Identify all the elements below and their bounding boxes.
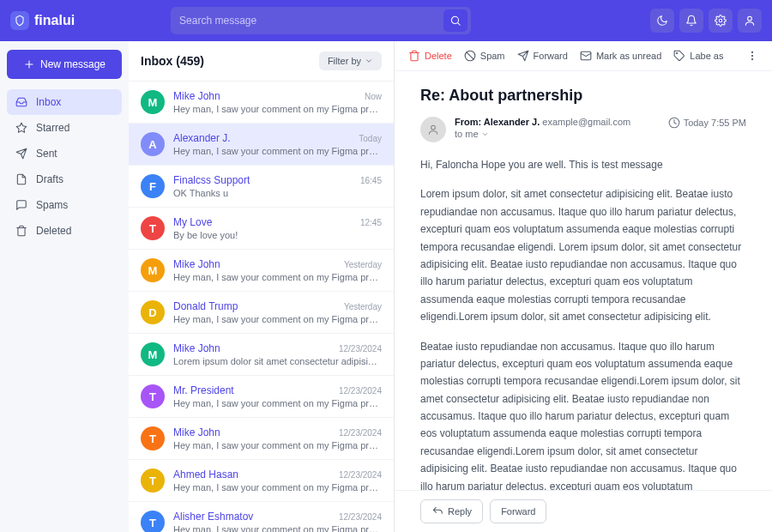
message-time: Yesterday — [344, 260, 382, 269]
svg-point-0 — [451, 16, 458, 23]
message-sender: Alisher Eshmatov — [173, 511, 253, 523]
gear-icon[interactable] — [709, 9, 733, 33]
logo-icon — [10, 11, 29, 30]
svg-point-9 — [431, 125, 436, 130]
trash-icon — [15, 225, 27, 237]
avatar: T — [141, 384, 165, 408]
from-line: From: Alexander J. example@gmail.com — [455, 117, 660, 127]
email-toolbar: Delete Spam Forward Mark as unread Labe … — [395, 41, 772, 71]
message-item[interactable]: AAlexander J.TodayHey man, I saw your co… — [129, 124, 394, 166]
message-time: Today — [359, 134, 382, 143]
message-preview: By be love you! — [173, 230, 382, 240]
svg-point-7 — [751, 55, 752, 56]
avatar: F — [141, 174, 165, 198]
message-sender: Alexander J. — [173, 132, 231, 144]
message-item[interactable]: TAhmed Hasan12/23/2024Hey man, I saw you… — [129, 460, 394, 502]
sidebar-item-drafts[interactable]: Drafts — [7, 166, 122, 192]
message-time: Now — [365, 92, 382, 101]
new-message-button[interactable]: New message — [7, 50, 122, 79]
avatar: T — [141, 469, 165, 493]
bell-icon[interactable] — [679, 9, 703, 33]
avatar: M — [141, 258, 165, 282]
message-sender: Mr. President — [173, 384, 234, 396]
more-icon[interactable] — [746, 50, 758, 62]
message-list-panel: Inbox (459) Filter by MMike JohnNowHey m… — [129, 41, 395, 532]
message-time: 12/23/2024 — [339, 428, 382, 438]
message-preview: Hey man, I saw your comment on my Figma … — [173, 440, 382, 450]
message-item[interactable]: MMike JohnYesterdayHey man, I saw your c… — [129, 250, 394, 292]
brand-logo[interactable]: finalui — [10, 11, 75, 30]
label-button[interactable]: Labe as — [673, 50, 723, 62]
star-icon — [15, 122, 27, 134]
message-time: 12/23/2024 — [339, 386, 382, 396]
search-button[interactable] — [443, 9, 467, 32]
filter-label: Filter by — [328, 56, 361, 66]
message-preview: Hey man, I saw your comment on my Figma … — [173, 398, 382, 408]
search-box — [171, 7, 471, 34]
delete-button[interactable]: Delete — [408, 50, 452, 62]
message-preview: Hey man, I saw your comment on my Figma … — [173, 314, 382, 324]
sidebar-item-label: Drafts — [36, 173, 63, 185]
email-detail: Re: About partnership From: Alexander J.… — [395, 71, 772, 490]
svg-point-8 — [751, 59, 752, 60]
spam-button[interactable]: Spam — [464, 50, 505, 62]
message-sender: Finalcss Support — [173, 174, 250, 186]
sidebar-item-inbox[interactable]: Inbox — [7, 89, 122, 115]
sidebar-item-label: Spams — [36, 199, 68, 211]
message-sender: Mike John — [173, 342, 220, 354]
sidebar-item-sent[interactable]: Sent — [7, 141, 122, 166]
message-time: 12/23/2024 — [339, 344, 382, 354]
sidebar-item-label: Inbox — [36, 96, 61, 108]
send-icon — [15, 148, 27, 160]
avatar: T — [141, 216, 165, 240]
sidebar-item-starred[interactable]: Starred — [7, 115, 122, 141]
forward-button[interactable]: Forward — [517, 50, 568, 62]
sidebar-item-deleted[interactable]: Deleted — [7, 218, 122, 244]
message-preview: Hey man, I saw your comment on my Figma … — [173, 482, 382, 493]
email-body: Hi, Faloncha Hope you are well. This is … — [420, 156, 746, 490]
moon-icon[interactable] — [650, 9, 674, 33]
message-sender: Ahmed Hasan — [173, 469, 238, 481]
message-item[interactable]: DDonald TrumpYesterdayHey man, I saw you… — [129, 292, 394, 334]
message-item[interactable]: MMike John12/23/2024Lorem ipsum dolor si… — [129, 334, 394, 376]
message-sender: Mike John — [173, 426, 220, 438]
message-item[interactable]: TAlisher Eshmatov12/23/2024Hey man, I sa… — [129, 502, 394, 532]
email-content-panel: Delete Spam Forward Mark as unread Labe … — [395, 41, 772, 532]
user-icon[interactable] — [738, 9, 762, 33]
message-preview: Lorem ipsum dolor sit amet consectetur a… — [173, 356, 382, 366]
message-list[interactable]: MMike JohnNowHey man, I saw your comment… — [129, 82, 394, 532]
to-line[interactable]: to me — [455, 129, 660, 139]
message-time: 12:45 — [360, 218, 382, 227]
message-time: 16:45 — [360, 176, 382, 185]
svg-point-2 — [748, 16, 752, 21]
message-sender: Donald Trump — [173, 300, 238, 312]
sender-avatar — [420, 117, 446, 142]
svg-point-1 — [719, 19, 722, 22]
mark-unread-button[interactable]: Mark as unread — [580, 50, 661, 62]
avatar: D — [141, 300, 165, 324]
message-item[interactable]: TMr. President12/23/2024Hey man, I saw y… — [129, 376, 394, 418]
message-preview: Hey man, I saw your comment on my Figma … — [173, 104, 382, 114]
message-item[interactable]: TMy Love12:45By be love you! — [129, 208, 394, 250]
reply-button[interactable]: Reply — [420, 499, 483, 523]
message-item[interactable]: TMike John12/23/2024Hey man, I saw your … — [129, 418, 394, 460]
message-sender: My Love — [173, 216, 212, 228]
inbox-icon — [15, 96, 27, 108]
filter-button[interactable]: Filter by — [319, 51, 382, 70]
search-input[interactable] — [179, 15, 443, 27]
sidebar-item-spams[interactable]: Spams — [7, 192, 122, 218]
message-sender: Mike John — [173, 258, 220, 270]
sidebar-item-label: Sent — [36, 148, 57, 160]
message-time: 12/23/2024 — [339, 512, 382, 522]
avatar: M — [141, 342, 165, 366]
sidebar-item-label: Deleted — [36, 225, 71, 237]
avatar: T — [141, 426, 165, 450]
forward-action-button[interactable]: Forward — [490, 499, 546, 523]
message-item[interactable]: FFinalcss Support16:45OK Thanks u — [129, 166, 394, 208]
chat-icon — [15, 199, 27, 211]
app-header: finalui — [0, 0, 772, 41]
email-actions: Reply Forward — [395, 490, 772, 532]
message-time: Yesterday — [344, 302, 382, 311]
message-preview: Hey man, I saw your comment on my Figma … — [173, 272, 382, 282]
message-item[interactable]: MMike JohnNowHey man, I saw your comment… — [129, 82, 394, 124]
